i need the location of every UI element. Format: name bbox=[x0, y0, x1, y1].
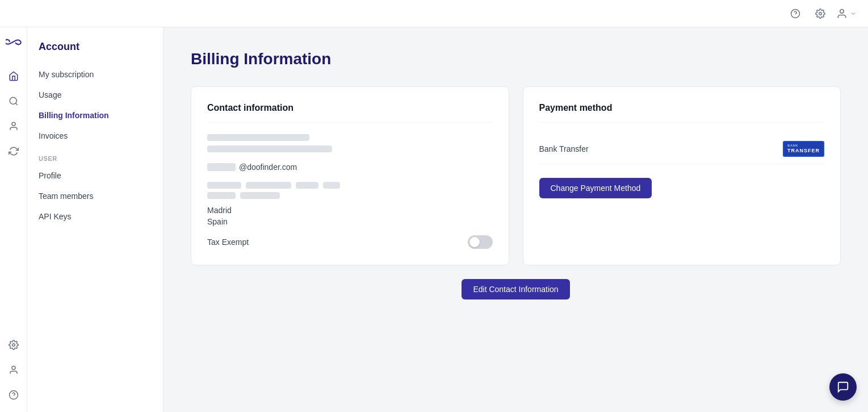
addr-blur-5 bbox=[207, 192, 236, 199]
rail-user-icon[interactable] bbox=[3, 116, 24, 136]
toggle-knob bbox=[469, 237, 480, 247]
chat-bubble[interactable] bbox=[829, 373, 857, 401]
logo[interactable] bbox=[6, 34, 22, 52]
rail-search-icon[interactable] bbox=[3, 91, 24, 111]
bottom-actions: Edit Contact Information bbox=[191, 279, 841, 299]
page-title: Billing Information bbox=[191, 50, 841, 68]
change-payment-button[interactable]: Change Payment Method bbox=[539, 178, 652, 198]
rail-home-icon[interactable] bbox=[3, 66, 24, 86]
contact-name-line1 bbox=[207, 134, 309, 141]
app-container: Account My subscription Usage Billing In… bbox=[0, 0, 868, 412]
bank-badge-inner: BANK TRANSFER bbox=[787, 144, 820, 154]
help-icon[interactable] bbox=[786, 5, 804, 23]
payment-card: Payment method Bank Transfer BANK TRANSF… bbox=[523, 86, 841, 265]
sidebar-item-apikeys[interactable]: API Keys bbox=[27, 206, 163, 227]
bank-badge-main: TRANSFER bbox=[787, 148, 820, 154]
contact-card: Contact information @doofinder.com bbox=[191, 86, 509, 265]
svg-point-4 bbox=[10, 97, 16, 104]
contact-email: @doofinder.com bbox=[207, 163, 493, 172]
contact-name-block bbox=[207, 134, 493, 152]
sidebar-item-profile[interactable]: Profile bbox=[27, 165, 163, 186]
payment-method-row: Bank Transfer BANK TRANSFER bbox=[539, 134, 825, 164]
address-line1 bbox=[207, 182, 493, 189]
icon-rail bbox=[0, 27, 27, 412]
sidebar-item-team[interactable]: Team members bbox=[27, 186, 163, 206]
contact-country: Spain bbox=[207, 217, 493, 226]
payment-method-name: Bank Transfer bbox=[539, 144, 589, 153]
contact-name-line2 bbox=[207, 145, 332, 152]
tax-exempt-label: Tax Exempt bbox=[207, 238, 249, 247]
sidebar-item-billing[interactable]: Billing Information bbox=[27, 105, 163, 126]
sidebar-title: Account bbox=[27, 36, 163, 64]
edit-contact-button[interactable]: Edit Contact Information bbox=[462, 279, 569, 299]
bank-badge: BANK TRANSFER bbox=[783, 141, 824, 157]
addr-blur-4 bbox=[323, 182, 340, 189]
email-blur bbox=[207, 163, 236, 171]
sidebar: Account My subscription Usage Billing In… bbox=[27, 27, 163, 412]
sidebar-item-subscription[interactable]: My subscription bbox=[27, 64, 163, 85]
svg-point-3 bbox=[840, 9, 844, 13]
contact-city: Madrid bbox=[207, 206, 493, 215]
address-line2 bbox=[207, 192, 493, 199]
sidebar-item-usage[interactable]: Usage bbox=[27, 85, 163, 105]
rail-help-bottom-icon[interactable] bbox=[3, 385, 24, 405]
svg-point-6 bbox=[12, 122, 15, 126]
sidebar-item-invoices[interactable]: Invoices bbox=[27, 126, 163, 146]
svg-line-5 bbox=[15, 103, 17, 105]
addr-blur-1 bbox=[207, 182, 241, 189]
bank-badge-top: BANK bbox=[787, 144, 820, 148]
content-grid: Contact information @doofinder.com bbox=[191, 86, 841, 265]
rail-settings-bottom-icon[interactable] bbox=[3, 335, 24, 355]
rail-profile-bottom-icon[interactable] bbox=[3, 360, 24, 380]
svg-point-2 bbox=[819, 12, 822, 15]
addr-blur-2 bbox=[246, 182, 291, 189]
user-menu[interactable] bbox=[836, 8, 857, 19]
email-domain: @doofinder.com bbox=[239, 163, 297, 172]
addr-blur-6 bbox=[240, 192, 280, 199]
rail-sync-icon[interactable] bbox=[3, 141, 24, 161]
settings-icon[interactable] bbox=[811, 5, 829, 23]
contact-card-title: Contact information bbox=[207, 103, 493, 123]
payment-card-title: Payment method bbox=[539, 103, 825, 123]
change-payment-section: Change Payment Method bbox=[539, 178, 825, 198]
svg-point-7 bbox=[12, 344, 15, 347]
addr-blur-3 bbox=[296, 182, 318, 189]
sidebar-user-section: USER bbox=[27, 146, 163, 165]
svg-point-8 bbox=[12, 366, 15, 369]
main-content: Billing Information Contact information … bbox=[163, 27, 868, 412]
tax-exempt-toggle[interactable] bbox=[468, 235, 493, 249]
tax-exempt-row: Tax Exempt bbox=[207, 235, 493, 249]
top-bar bbox=[0, 0, 868, 27]
